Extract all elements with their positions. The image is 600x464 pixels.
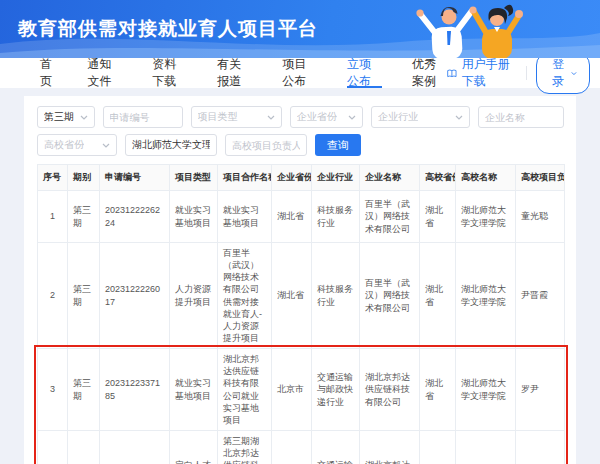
table-cell: 湖北省 — [272, 191, 312, 243]
login-button[interactable]: 登录 — [536, 52, 590, 94]
manual-label: 用户手册下载 — [462, 56, 516, 90]
table-cell: 百里半（武汉）网络技术有限公司供需对接 就业育人-人力资源提升项目 — [218, 243, 272, 349]
results-table: 序号期别申请编号项目类型项目合作名称企业省份企业行业企业名称高校省份高校名称高校… — [37, 164, 565, 464]
project-type-placeholder: 项目类型 — [198, 110, 238, 124]
nav-item-资料下载[interactable]: 资料下载 — [152, 58, 187, 88]
chevron-down-icon — [348, 115, 356, 120]
nav-item-项目公布[interactable]: 项目公布 — [282, 58, 317, 88]
table-cell: 湖北省 — [420, 349, 456, 431]
table-cell: 就业实习基地项目 — [170, 349, 218, 431]
nav-item-优秀案例[interactable]: 优秀案例 — [412, 58, 447, 88]
company-province-select[interactable]: 企业省份 — [290, 106, 363, 128]
main-nav: 首页通知文件资料下载有关报道项目公布立项公布优秀案例 用户手册下载 登录 — [0, 58, 600, 88]
company-industry-select[interactable]: 企业行业 — [371, 106, 470, 128]
app-header: 教育部供需对接就业育人项目平台 — [0, 0, 600, 58]
table-cell: 湖北京邦达供应链科技有限公司就业实习基地项目 — [218, 349, 272, 431]
book-icon — [447, 68, 457, 79]
page-title: 教育部供需对接就业育人项目平台 — [18, 16, 318, 42]
search-button[interactable]: 查询 — [315, 134, 361, 156]
table-cell: 2023122337185 — [100, 349, 170, 431]
table-cell: 百里半（武汉）网络技术有限公司 — [360, 191, 420, 243]
nav-item-立项公布[interactable]: 立项公布 — [347, 58, 382, 88]
column-header: 项目类型 — [170, 165, 218, 191]
table-cell: 科技服务行业 — [312, 191, 360, 243]
table-cell: 湖北师范大学文理学院 — [456, 191, 516, 243]
column-header: 企业行业 — [312, 165, 360, 191]
nav-divider — [526, 66, 527, 80]
chevron-down-icon — [267, 115, 275, 120]
app-window: 教育部供需对接就业育人项目平台 首页通知文件资料下载有关报道项目公布立项公布优秀… — [0, 0, 600, 464]
table-header-row: 序号期别申请编号项目类型项目合作名称企业省份企业行业企业名称高校省份高校名称高校… — [38, 165, 565, 191]
nav-item-通知文件[interactable]: 通知文件 — [87, 58, 122, 88]
project-type-select[interactable]: 项目类型 — [191, 106, 282, 128]
school-province-placeholder: 高校省份 — [44, 138, 84, 152]
period-select[interactable]: 第三期 — [37, 106, 95, 128]
company-industry-placeholder: 企业行业 — [378, 110, 418, 124]
column-header: 企业省份 — [272, 165, 312, 191]
company-name-input[interactable] — [478, 106, 564, 128]
table-cell: 第三期 — [68, 191, 100, 243]
table-cell: 湖北师范大学文理学院 — [456, 430, 516, 464]
table-cell: 湖北省 — [420, 243, 456, 349]
table-cell: 吕彩云 — [516, 430, 565, 464]
table-cell: 1 — [38, 191, 68, 243]
table-row: 2第三期2023122226017人力资源提升项目百里半（武汉）网络技术有限公司… — [38, 243, 565, 349]
table-cell: 就业实习基地项目 — [170, 191, 218, 243]
school-province-select[interactable]: 高校省份 — [37, 134, 117, 156]
nav-item-有关报道[interactable]: 有关报道 — [217, 58, 252, 88]
nav-item-首页[interactable]: 首页 — [40, 58, 57, 88]
company-province-placeholder: 企业省份 — [297, 110, 337, 124]
table-cell: 人力资源提升项目 — [170, 243, 218, 349]
table-row: 1第三期2023122226224就业实习基地项目就业实习基地项目湖北省科技服务… — [38, 191, 565, 243]
table-cell: 湖北省 — [420, 430, 456, 464]
table-cell: 定向人才培养培训项目 — [170, 430, 218, 464]
table-cell: 湖北省 — [272, 243, 312, 349]
table-cell: 2023122504956 — [100, 430, 170, 464]
login-label: 登录 — [549, 56, 567, 90]
column-header: 企业名称 — [360, 165, 420, 191]
content-card: 第三期 项目类型 企业省份 企业行业 — [24, 96, 576, 464]
table-cell: 科技服务行业 — [312, 243, 360, 349]
chevron-down-icon — [102, 143, 110, 148]
table-cell: 湖北京邦达供应链科技有限公司 — [360, 349, 420, 431]
table-cell: 北京市 — [272, 349, 312, 431]
column-header: 期别 — [68, 165, 100, 191]
nav-right: 用户手册下载 登录 — [447, 58, 590, 88]
period-select-value: 第三期 — [44, 110, 74, 124]
table-cell: 湖北师范大学文理学院 — [456, 243, 516, 349]
column-header: 高校省份 — [420, 165, 456, 191]
table-cell: 就业实习基地项目 — [218, 191, 272, 243]
table-cell: 2 — [38, 243, 68, 349]
table-cell: 百里半（武汉）网络技术有限公司 — [360, 243, 420, 349]
table-cell: 第三期 — [68, 349, 100, 431]
table-cell: 交通运输与邮政快递行业 — [312, 349, 360, 431]
application-number-input[interactable] — [103, 106, 183, 128]
user-manual-download-link[interactable]: 用户手册下载 — [447, 56, 516, 90]
table-cell: 尹晋霞 — [516, 243, 565, 349]
nav-items: 首页通知文件资料下载有关报道项目公布立项公布优秀案例 — [40, 58, 447, 88]
table-cell: 罗尹 — [516, 349, 565, 431]
filter-row-1: 第三期 项目类型 企业省份 企业行业 — [37, 106, 564, 128]
results-table-wrap: 序号期别申请编号项目类型项目合作名称企业省份企业行业企业名称高校省份高校名称高校… — [37, 164, 564, 464]
table-cell: 湖北师范大学文理学院 — [456, 349, 516, 431]
page-background: 第三期 项目类型 企业省份 企业行业 — [0, 96, 600, 464]
chevron-down-icon — [80, 115, 88, 120]
highfive-illustration — [370, 0, 600, 58]
table-cell: 3 — [38, 349, 68, 431]
school-name-input[interactable] — [125, 134, 217, 156]
school-leader-input[interactable] — [225, 134, 307, 156]
filter-row-2: 高校省份 查询 — [37, 134, 564, 156]
column-header: 项目合作名称 — [218, 165, 272, 191]
column-header: 高校名称 — [456, 165, 516, 191]
column-header: 高校项目负责人 — [516, 165, 565, 191]
table-row: 3第三期2023122337185就业实习基地项目湖北京邦达供应链科技有限公司就… — [38, 349, 565, 431]
table-cell: 第三期 — [68, 430, 100, 464]
table-cell: 4 — [38, 430, 68, 464]
chevron-down-icon — [455, 115, 463, 120]
table-cell: 第三期 — [68, 243, 100, 349]
column-header: 申请编号 — [100, 165, 170, 191]
table-cell: 2023122226017 — [100, 243, 170, 349]
table-cell: 北京市 — [272, 430, 312, 464]
table-cell: 湖北京邦达供应链科技有限公司 — [360, 430, 420, 464]
table-cell: 童光聪 — [516, 191, 565, 243]
